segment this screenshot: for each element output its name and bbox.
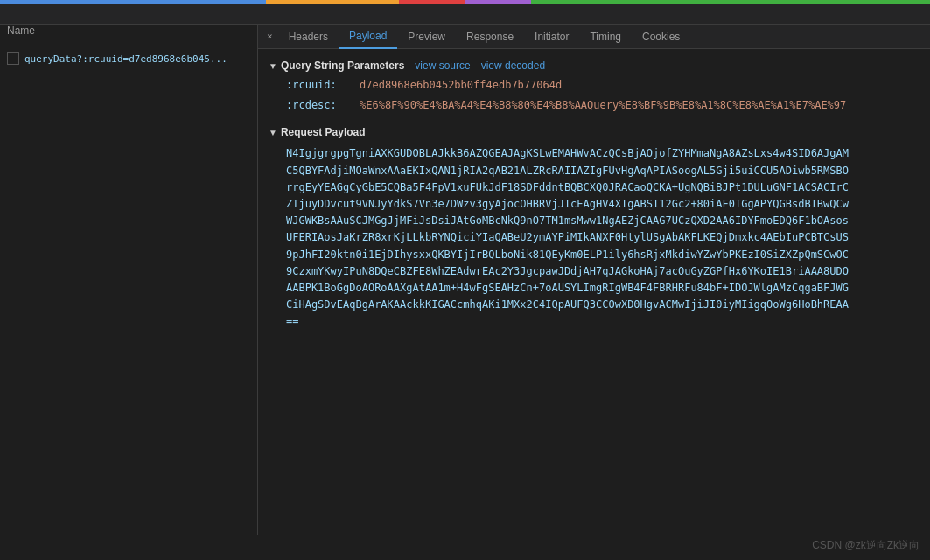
param-key-rcuuid: :rcuuid: <box>286 77 356 94</box>
color-bar-green <box>531 0 930 4</box>
tab-close-button[interactable]: × <box>262 27 278 46</box>
payload-line: 9pJhFI20ktn0i1EjDIhysxxQKBYIjIrBQLboNik8… <box>286 247 923 263</box>
devtools-toolbar <box>0 4 930 24</box>
payload-collapse-toggle-icon[interactable]: ▼ <box>269 128 277 137</box>
collapse-toggle-icon[interactable]: ▼ <box>269 61 277 71</box>
payload-line: AABPK1BoGgDoAORoAAXgAtAA1m+H4wFgSEAHzCn+… <box>286 280 923 297</box>
query-string-section-header: ▼ Query String Parameters view source vi… <box>258 56 930 75</box>
tab-payload[interactable]: Payload <box>339 24 397 49</box>
tab-preview[interactable]: Preview <box>397 24 456 49</box>
request-checkbox[interactable] <box>7 52 19 65</box>
color-bar-purple <box>465 0 532 4</box>
tab-timing[interactable]: Timing <box>579 24 632 49</box>
watermark: CSDN @zk逆向Zk逆向 <box>812 538 920 553</box>
color-bar-blue <box>0 0 266 4</box>
right-panel: ▼ Query String Parameters view source vi… <box>258 49 930 536</box>
left-panel: queryData?:rcuuid=d7ed8968e6b045... <box>0 49 258 536</box>
tab-response[interactable]: Response <box>456 24 524 49</box>
request-name[interactable]: queryData?:rcuuid=d7ed8968e6b045... <box>24 53 227 65</box>
main-layout: queryData?:rcuuid=d7ed8968e6b045... ▼ Qu… <box>0 49 930 536</box>
tabs-area: × Headers Payload Preview Response Initi… <box>258 24 930 49</box>
payload-section-header: ▼ Request Payload <box>258 122 930 142</box>
payload-line: N4IgjgrgpgTgniAXKGUDOBLAJkkB6AZQGEAJAgKS… <box>286 145 923 162</box>
payload-line: UFERIAosJaKrZR8xrKjLLkbRYNQiciYIaQABeU2y… <box>286 229 923 246</box>
param-row-rcuuid: :rcuuid: d7ed8968e6b0452bb0ff4edb7b77064… <box>258 75 930 95</box>
query-string-title: Query String Parameters <box>281 60 404 72</box>
payload-line: CiHAgSDvEAqBgArAKAAckkKIGACcmhqAKi1MXx2C… <box>286 297 923 313</box>
param-value-rcdesc[interactable]: %E6%8F%90%E4%BA%A4%E4%B8%80%E4%B8%AAQuer… <box>360 97 846 114</box>
tab-cookies[interactable]: Cookies <box>632 24 690 49</box>
payload-line: rrgEyYEAGgCyGbE5CQBa5F4FpV1xuFUkJdF18SDF… <box>286 179 923 196</box>
tab-headers[interactable]: Headers <box>278 24 339 49</box>
payload-line: 9CzxmYKwyIPuN8DQeCBZFE8WhZEAdwrEAc2Y3Jgc… <box>286 263 923 280</box>
color-bar-orange <box>266 0 399 4</box>
top-color-bar <box>0 0 930 4</box>
payload-section-title: Request Payload <box>281 126 366 138</box>
param-row-rcdesc: :rcdesc: %E6%8F%90%E4%BA%A4%E4%B8%80%E4%… <box>258 95 930 116</box>
header-row: Name × Headers Payload Preview Response … <box>0 24 930 49</box>
color-bar-red <box>399 0 465 4</box>
view-decoded-link[interactable]: view decoded <box>481 60 545 72</box>
payload-line: C5QBYFAdjiMOaWnxAAaEKIxQAN1jRIA2qAB21ALZ… <box>286 163 923 179</box>
tab-initiator[interactable]: Initiator <box>524 24 579 49</box>
payload-line: == <box>286 313 923 330</box>
payload-content[interactable]: N4IgjgrgpgTgniAXKGUDOBLAJkkB6AZQGEAJAgKS… <box>258 142 930 333</box>
view-source-link[interactable]: view source <box>415 60 470 72</box>
payload-line: ZTjuyDDvcut9VNJyYdkS7Vn3e7DWzv3gyAjocOHB… <box>286 196 923 213</box>
param-value-rcuuid[interactable]: d7ed8968e6b0452bb0ff4edb7b77064d <box>360 77 562 94</box>
request-list-item[interactable]: queryData?:rcuuid=d7ed8968e6b045... <box>0 49 257 68</box>
payload-line: WJGWKBsAAuSCJMGgJjMFiJsDsiJAtGoMBcNkQ9nO… <box>286 213 923 229</box>
param-key-rcdesc: :rcdesc: <box>286 97 356 114</box>
request-payload-section: ▼ Request Payload N4IgjgrgpgTgniAXKGUDOB… <box>258 122 930 333</box>
name-column-header: Name <box>0 24 258 49</box>
